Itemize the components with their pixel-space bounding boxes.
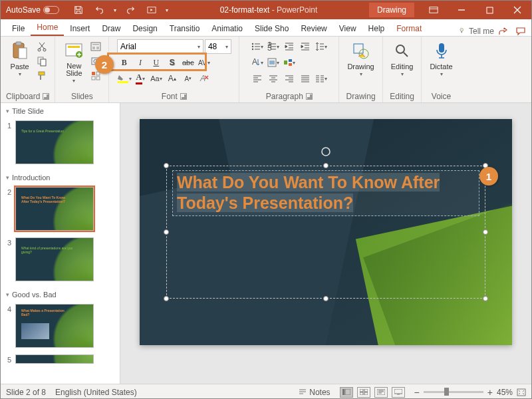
align-right-icon[interactable] — [282, 71, 297, 86]
start-from-beginning-icon[interactable] — [144, 3, 159, 17]
resize-handle[interactable] — [164, 163, 169, 168]
undo-icon[interactable] — [92, 3, 107, 17]
change-case-button[interactable]: Aa▾ — [149, 71, 164, 86]
tab-slideshow[interactable]: Slide Sho — [249, 21, 295, 36]
slide-canvas[interactable]: What Do You Want To Know After Today's P… — [140, 119, 512, 345]
text-placeholder-selection[interactable]: What Do You Want To Know After Today's P… — [166, 166, 485, 299]
highlight-color-button[interactable]: ▾ — [117, 71, 132, 86]
editing-button[interactable]: Editing ▾ — [388, 39, 416, 78]
numbering-button[interactable]: 123▾ — [266, 39, 281, 54]
zoom-slider-thumb[interactable] — [444, 388, 449, 396]
section-header[interactable]: Introduction — [1, 170, 120, 186]
slide-thumbnails-pane[interactable]: Title Slide 1 Tips for a Great Presentat… — [1, 103, 120, 384]
char-spacing-button[interactable]: AV▾ — [197, 55, 211, 70]
fit-to-window-icon[interactable] — [517, 388, 526, 396]
save-icon[interactable] — [71, 3, 86, 17]
shadow-button[interactable]: S — [165, 55, 180, 70]
tab-help[interactable]: Help — [362, 21, 391, 36]
paragraph-dialog-launcher[interactable] — [306, 93, 313, 100]
zoom-slider[interactable] — [424, 391, 483, 393]
tab-draw[interactable]: Draw — [96, 21, 126, 36]
slide-canvas-area[interactable]: What Do You Want To Know After Today's P… — [120, 103, 531, 384]
tab-insert[interactable]: Insert — [64, 21, 96, 36]
copy-icon[interactable] — [35, 54, 49, 68]
slide-thumbnail-3[interactable]: What kind of presentations are you givin… — [15, 237, 94, 281]
increase-indent-icon[interactable] — [298, 39, 313, 54]
tell-me-search[interactable]: Tell me — [458, 27, 498, 36]
resize-handle[interactable] — [323, 163, 329, 168]
tab-view[interactable]: View — [333, 21, 362, 36]
slide-sorter-view-icon[interactable] — [357, 387, 370, 398]
undo-more-icon[interactable]: ▾ — [114, 7, 116, 13]
paste-button[interactable]: Paste ▾ — [7, 39, 33, 78]
slide-title-text[interactable]: What Do You Want To Know After Today's P… — [177, 173, 440, 212]
font-dialog-launcher[interactable] — [180, 93, 187, 100]
zoom-value[interactable]: 45% — [497, 388, 513, 397]
zoom-out-icon[interactable]: − — [414, 387, 420, 398]
section-header[interactable]: Title Slide — [1, 103, 120, 119]
section-header[interactable]: Good vs. Bad — [1, 287, 120, 303]
slide-thumbnail-5[interactable] — [15, 354, 94, 364]
align-left-icon[interactable] — [250, 71, 265, 86]
resize-handle[interactable] — [323, 296, 329, 301]
tab-file[interactable]: File — [6, 21, 31, 36]
slideshow-view-icon[interactable] — [392, 387, 405, 398]
justify-icon[interactable] — [298, 71, 313, 86]
font-size-selector[interactable]: 48▾ — [205, 39, 231, 54]
dictate-button[interactable]: Dictate ▾ — [427, 39, 455, 78]
bullets-button[interactable]: ▾ — [250, 39, 265, 54]
resize-handle[interactable] — [164, 229, 169, 235]
zoom-in-icon[interactable]: + — [487, 387, 493, 398]
share-icon[interactable] — [498, 27, 509, 36]
decrease-indent-icon[interactable] — [282, 39, 297, 54]
maximize-button[interactable] — [475, 1, 503, 19]
format-painter-icon[interactable] — [35, 68, 49, 83]
resize-handle[interactable] — [164, 296, 169, 301]
slide-thumbnail-2[interactable]: What Do You Want To Know After Today's P… — [15, 187, 94, 231]
minimize-button[interactable] — [448, 1, 475, 19]
tab-design[interactable]: Design — [126, 21, 163, 36]
text-direction-icon[interactable]: A▾ — [250, 55, 265, 70]
clear-formatting-icon[interactable]: A — [197, 71, 211, 86]
tab-review[interactable]: Review — [295, 21, 332, 36]
strikethrough-button[interactable]: abc — [181, 55, 196, 70]
columns-icon[interactable]: ▾ — [314, 71, 329, 86]
tab-animations[interactable]: Animatio — [205, 21, 249, 36]
slide-thumbnail-1[interactable]: Tips for a Great Presentation — [15, 120, 94, 164]
grow-font-icon[interactable]: A▴ — [165, 71, 180, 86]
ribbon-display-options-icon[interactable] — [420, 1, 448, 19]
tab-home[interactable]: Home — [31, 20, 64, 36]
autosave-toggle[interactable]: AutoSave — [6, 5, 59, 15]
new-slide-button[interactable]: New Slide ▾ — [61, 39, 87, 85]
font-color-button[interactable]: A▾ — [133, 71, 148, 86]
font-family-selector[interactable]: Arial▾ — [117, 39, 203, 54]
slide-thumbnail-4[interactable]: What Makes a Presentation Bad? — [15, 304, 94, 348]
qat-customize-icon[interactable]: ▾ — [166, 7, 168, 13]
line-spacing-icon[interactable]: ▾ — [314, 39, 329, 54]
resize-handle[interactable] — [483, 229, 488, 235]
rotation-handle[interactable] — [321, 146, 331, 157]
autosave-switch[interactable] — [43, 6, 59, 14]
cut-icon[interactable] — [35, 39, 49, 54]
comments-icon[interactable] — [515, 27, 526, 36]
tab-transitions[interactable]: Transitio — [164, 21, 206, 36]
underline-button[interactable]: U — [149, 55, 164, 70]
normal-view-icon[interactable] — [340, 387, 353, 398]
layout-icon[interactable] — [88, 39, 103, 54]
drawing-button[interactable]: Drawing ▾ — [344, 39, 376, 78]
slide-position[interactable]: Slide 2 of 8 — [6, 388, 46, 397]
align-center-icon[interactable] — [266, 71, 281, 86]
close-button[interactable] — [503, 1, 531, 19]
notes-toggle[interactable]: Notes — [299, 388, 330, 397]
reading-view-icon[interactable] — [374, 387, 388, 398]
tab-format[interactable]: Format — [390, 21, 428, 36]
shrink-font-icon[interactable]: A▾ — [181, 71, 196, 86]
align-text-icon[interactable]: ▾ — [266, 55, 281, 70]
smartart-icon[interactable]: ▾ — [282, 55, 297, 70]
bold-button[interactable]: B — [117, 55, 132, 70]
language-status[interactable]: English (United States) — [55, 388, 137, 397]
text-selection-inner[interactable]: What Do You Want To Know After Today's P… — [172, 170, 479, 216]
resize-handle[interactable] — [483, 296, 488, 301]
italic-button[interactable]: I — [133, 55, 148, 70]
redo-icon[interactable] — [123, 3, 138, 17]
